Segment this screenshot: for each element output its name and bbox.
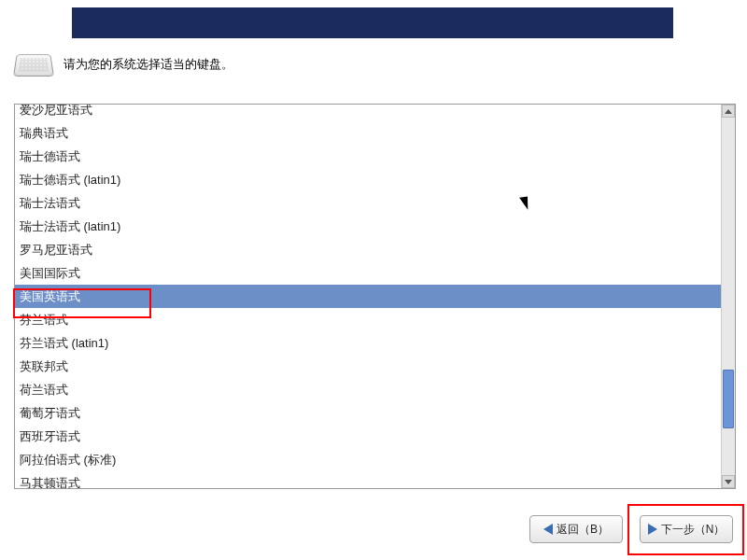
list-item[interactable]: 荷兰语式: [15, 378, 721, 401]
instruction-row: 请为您的系统选择适当的键盘。: [15, 52, 233, 77]
list-item[interactable]: 瑞士德语式 (latin1): [15, 168, 721, 191]
back-button[interactable]: 返回（B）: [529, 515, 623, 543]
header-banner: [72, 7, 673, 38]
button-row: 返回（B） 下一步（N）: [529, 515, 733, 543]
list-item[interactable]: 爱沙尼亚语式: [15, 105, 721, 121]
list-item[interactable]: 瑞士法语式 (latin1): [15, 215, 721, 238]
scroll-down-button[interactable]: [722, 475, 735, 488]
arrow-left-icon: [543, 524, 553, 535]
list-item[interactable]: 葡萄牙语式: [15, 401, 721, 425]
next-button[interactable]: 下一步（N）: [640, 515, 733, 543]
keyboard-list[interactable]: 爱沙尼亚语式瑞典语式瑞士德语式瑞士德语式 (latin1)瑞士法语式瑞士法语式 …: [15, 105, 721, 488]
next-button-label: 下一步（N）: [661, 522, 726, 538]
list-item[interactable]: 瑞典语式: [15, 121, 721, 145]
arrow-right-icon: [648, 524, 657, 535]
list-item[interactable]: 西班牙语式: [15, 425, 721, 448]
list-item[interactable]: 美国国际式: [15, 261, 721, 285]
list-item[interactable]: 美国英语式: [15, 285, 721, 308]
list-item[interactable]: 瑞士德语式: [15, 145, 721, 168]
scrollbar[interactable]: [721, 105, 735, 488]
instruction-text: 请为您的系统选择适当的键盘。: [63, 56, 233, 73]
list-item[interactable]: 瑞士法语式: [15, 191, 721, 215]
list-item[interactable]: 芬兰语式: [15, 308, 721, 331]
scroll-up-button[interactable]: [722, 105, 735, 118]
list-item[interactable]: 芬兰语式 (latin1): [15, 331, 721, 355]
keyboard-icon: [13, 54, 54, 77]
back-button-label: 返回（B）: [557, 522, 609, 538]
list-item[interactable]: 英联邦式: [15, 355, 721, 378]
keyboard-list-container: 爱沙尼亚语式瑞典语式瑞士德语式瑞士德语式 (latin1)瑞士法语式瑞士法语式 …: [14, 104, 736, 489]
list-item[interactable]: 马其顿语式: [15, 471, 721, 488]
list-item[interactable]: 阿拉伯语式 (标准): [15, 448, 721, 471]
scroll-thumb[interactable]: [723, 370, 734, 428]
list-item[interactable]: 罗马尼亚语式: [15, 238, 721, 261]
